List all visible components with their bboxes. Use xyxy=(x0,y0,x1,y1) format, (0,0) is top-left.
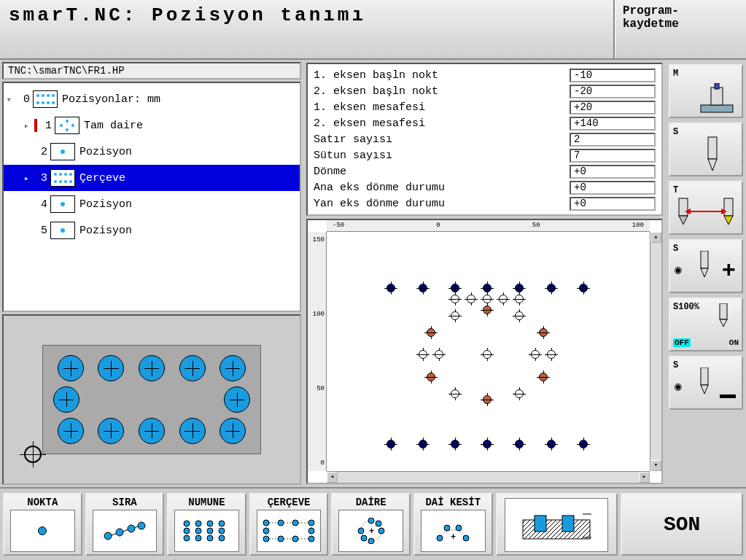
tree-item-1[interactable]: ▹1Tam daire xyxy=(4,112,300,139)
s-minus-button[interactable]: S ◉ xyxy=(669,356,743,410)
svg-point-80 xyxy=(456,525,462,531)
svg-rect-25 xyxy=(715,83,719,89)
param-input-4[interactable] xyxy=(570,133,656,147)
param-input-1[interactable] xyxy=(570,85,656,98)
softkey-daikesit[interactable]: DAİ KESİT + xyxy=(413,493,493,556)
svg-rect-35 xyxy=(701,251,708,268)
svg-point-72 xyxy=(378,528,384,534)
tree-item-5[interactable]: 5Pozisyon xyxy=(4,217,300,244)
tree-item-2[interactable]: 2Pozisyon xyxy=(4,139,300,165)
svg-point-11 xyxy=(60,124,63,127)
param-input-5[interactable] xyxy=(570,149,656,163)
program-save-button[interactable]: Program- kaydetme xyxy=(615,0,746,58)
pattern-icon xyxy=(50,169,75,187)
svg-point-52 xyxy=(207,528,213,534)
parameter-panel: 1. eksen başln nokt2. eksen başln nokt1.… xyxy=(306,63,663,216)
canvas xyxy=(327,232,650,471)
svg-point-78 xyxy=(437,535,443,541)
spindle-icon xyxy=(715,303,731,330)
svg-point-71 xyxy=(368,518,374,524)
svg-point-19 xyxy=(64,180,67,183)
svg-point-2 xyxy=(47,94,50,97)
t-button[interactable]: T xyxy=(669,181,743,235)
plot-point xyxy=(530,349,540,359)
pattern-icon xyxy=(33,90,58,108)
svg-point-46 xyxy=(184,521,190,526)
h-scrollbar[interactable]: ◂ ▸ xyxy=(327,471,650,483)
softkey-son[interactable]: SON xyxy=(621,493,743,556)
param-input-6[interactable] xyxy=(570,165,656,179)
minus-icon xyxy=(720,394,736,398)
svg-point-48 xyxy=(207,521,213,526)
svg-point-10 xyxy=(66,128,69,131)
svg-point-55 xyxy=(195,535,201,541)
plot-point xyxy=(482,283,492,293)
s-button[interactable]: S xyxy=(669,122,743,176)
svg-point-53 xyxy=(219,528,225,534)
svg-text:+: + xyxy=(451,532,456,542)
svg-point-15 xyxy=(64,173,67,176)
scroll-down-icon[interactable]: ▾ xyxy=(650,460,661,471)
row-icon xyxy=(93,510,158,552)
plot-point xyxy=(546,283,556,293)
param-label: Satır sayısı xyxy=(314,133,570,146)
svg-point-81 xyxy=(463,535,469,541)
graphics-viewport[interactable]: -50050100 150100500 ◂ ▸ ▴ ▾ xyxy=(306,219,663,484)
tree-item-4[interactable]: 4Pozisyon xyxy=(4,191,300,217)
section-icon xyxy=(505,498,608,552)
m-button[interactable]: M xyxy=(669,64,743,118)
position-tree[interactable]: ▿0Pozisyonlar: mm▹1Tam daire2Pozisyon▸3Ç… xyxy=(2,82,301,312)
off-toggle[interactable]: OFF xyxy=(673,338,691,347)
svg-point-6 xyxy=(47,101,50,104)
softkey-bar: NOKTA SIRA NUMUNE ÇERÇEVE xyxy=(0,487,746,560)
svg-text:+: + xyxy=(369,526,374,537)
plot-point xyxy=(450,311,460,321)
softkey-sira[interactable]: SIRA xyxy=(85,493,165,556)
plot-point xyxy=(482,439,492,449)
svg-point-68 xyxy=(308,528,314,534)
svg-marker-36 xyxy=(701,268,708,277)
plot-point xyxy=(498,294,508,304)
s100-button[interactable]: S100% OFF ON xyxy=(669,298,743,351)
svg-point-17 xyxy=(54,180,57,183)
plot-point xyxy=(514,294,524,304)
param-input-3[interactable] xyxy=(570,117,656,131)
s-plus-button[interactable]: S ◉ + xyxy=(669,239,743,293)
plot-point xyxy=(466,294,476,304)
svg-point-0 xyxy=(36,94,39,97)
softkey-daire[interactable]: DAİRE + xyxy=(331,493,411,556)
plot-point xyxy=(386,283,396,293)
param-input-0[interactable] xyxy=(570,69,656,82)
svg-rect-39 xyxy=(701,368,708,385)
pattern-icon xyxy=(174,510,239,552)
tree-item-0[interactable]: ▿0Pozisyonlar: mm xyxy=(4,86,300,112)
scroll-left-icon[interactable]: ◂ xyxy=(327,472,338,483)
svg-point-47 xyxy=(195,521,201,526)
v-scrollbar[interactable]: ▴ ▾ xyxy=(650,232,661,471)
param-input-2[interactable] xyxy=(570,101,656,114)
param-label: Yan eks dönme durumu xyxy=(314,198,570,210)
param-input-7[interactable] xyxy=(570,181,656,195)
plot-point xyxy=(546,349,556,359)
svg-point-13 xyxy=(54,173,57,176)
svg-point-49 xyxy=(219,521,225,526)
svg-point-20 xyxy=(69,180,72,183)
softkey-cerceve[interactable]: ÇERÇEVE xyxy=(249,493,329,556)
param-input-8[interactable] xyxy=(570,197,656,211)
svg-rect-28 xyxy=(679,198,688,216)
tree-item-3[interactable]: ▸3Çerçeve xyxy=(4,165,300,191)
param-label: Sütun sayısı xyxy=(314,149,570,162)
tool-swap-icon xyxy=(675,195,740,232)
svg-point-63 xyxy=(263,536,269,542)
plot-point xyxy=(538,327,548,338)
pattern-preview xyxy=(2,314,301,485)
softkey-numune[interactable]: NUMUNE xyxy=(167,493,246,556)
point-icon xyxy=(10,510,75,552)
on-toggle[interactable]: ON xyxy=(729,338,739,347)
scroll-right-icon[interactable]: ▸ xyxy=(639,472,650,483)
softkey-nokta[interactable]: NOKTA xyxy=(3,493,82,556)
spindle-icon xyxy=(701,136,724,174)
frame-icon xyxy=(257,510,322,552)
softkey-section[interactable] xyxy=(496,493,618,556)
scroll-up-icon[interactable]: ▴ xyxy=(650,232,661,243)
